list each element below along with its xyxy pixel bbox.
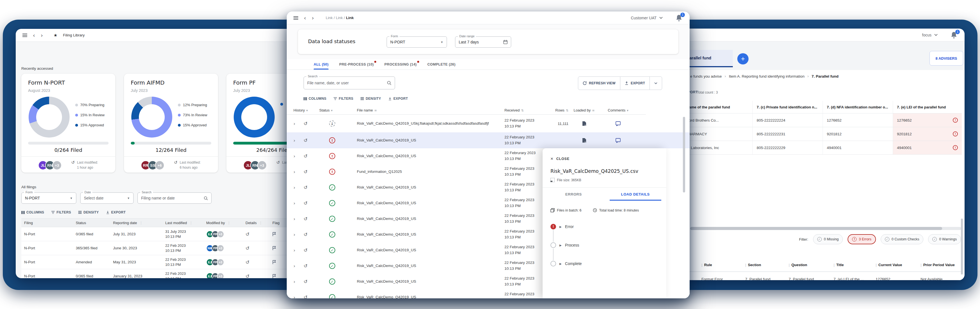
search-input[interactable]: Search Filing name or date <box>137 192 212 204</box>
col-header-reporting-date[interactable]: Reporting date⋮ <box>110 221 162 225</box>
forward-icon[interactable]: › <box>312 15 314 21</box>
expand-chevron-icon[interactable]: › <box>293 279 304 284</box>
env-selector[interactable]: Customer UAT <box>631 16 663 20</box>
form-select[interactable]: Form N-PORT ▼ <box>21 192 76 204</box>
col-header-history[interactable]: History▾ <box>293 108 319 113</box>
add-tab-button[interactable]: + <box>737 53 749 65</box>
columns-button[interactable]: COLUMNS <box>304 97 326 101</box>
history-icon[interactable]: ↺ <box>304 138 319 143</box>
breadcrumb-part[interactable]: Link <box>336 16 343 20</box>
details-cell[interactable]: ↺ <box>243 231 270 237</box>
expand-caret-icon[interactable]: ▶ <box>560 225 562 228</box>
forward-icon[interactable]: › <box>41 33 43 38</box>
refresh-view-button[interactable]: REFRESH VIEW <box>578 77 620 90</box>
col-header-question[interactable]: Question <box>791 263 807 267</box>
history-icon[interactable]: ↺ <box>304 232 319 237</box>
load-row[interactable]: › ↺ ↓ Risk_VaR_CalcDemo_Q42019_USkj;flak… <box>287 114 690 133</box>
col-header-rule[interactable]: Rule <box>704 263 712 267</box>
fund-row[interactable]: Roxane Laboratories, Inc 805-2222222229 … <box>673 141 962 155</box>
col-header-last-modified[interactable]: Last modified⋮ <box>162 221 204 225</box>
filters-button[interactable]: FILTERS <box>334 97 353 101</box>
export-menu-button[interactable] <box>649 77 662 90</box>
col-header-rows[interactable]: Rows⇅ <box>544 108 568 113</box>
expand-caret-icon[interactable]: ▶ <box>560 244 562 247</box>
notifications-bell-icon[interactable]: 1 <box>951 32 958 39</box>
expand-chevron-icon[interactable]: › <box>293 295 304 299</box>
col-header-received[interactable]: Received⇅ <box>502 108 544 113</box>
col-header-file-name[interactable]: File name≡ <box>345 108 502 113</box>
tab-pre-process[interactable]: PRE-PROCESS (10) <box>339 59 374 70</box>
filter-chip[interactable]: ✓ 0 Warnings <box>928 234 961 244</box>
history-icon[interactable]: ↺ <box>304 263 319 269</box>
loaded-by-cell[interactable] <box>568 121 600 126</box>
history-icon[interactable]: ↺ <box>304 185 319 190</box>
col-header-comments[interactable]: Comments▾ <box>600 108 636 113</box>
comments-cell[interactable] <box>600 121 636 126</box>
expand-chevron-icon[interactable]: › <box>293 154 304 159</box>
breadcrumb-part[interactable]: Link <box>326 16 333 20</box>
lei-error-cell[interactable]: 4940001 ! <box>893 141 962 154</box>
density-button[interactable]: DENSITY <box>78 211 99 214</box>
expand-chevron-icon[interactable]: › <box>293 263 304 269</box>
tab-all[interactable]: ALL (50) <box>313 59 329 70</box>
tab-complete[interactable]: COMPLETE (26) <box>427 59 455 70</box>
menu-icon[interactable] <box>293 17 298 18</box>
tab-load-details[interactable]: LOAD DETAILS <box>605 188 667 201</box>
close-panel-button[interactable]: ×CLOSE <box>550 156 570 162</box>
form-card[interactable]: Form N-PORT August 2023 70% Preparing 15… <box>21 74 115 173</box>
timeline-step-complete[interactable]: ▶ Complete <box>550 260 582 267</box>
history-icon[interactable]: ↺ <box>304 295 319 298</box>
breadcrumb-part[interactable]: e funds you advise <box>690 74 722 78</box>
history-icon[interactable]: ↺ <box>304 153 319 159</box>
expand-caret-icon[interactable]: ▶ <box>560 262 562 265</box>
expand-chevron-icon[interactable]: › <box>293 232 304 237</box>
timeline-step-error[interactable]: ! ▶ Error <box>550 223 582 230</box>
col-header-filing[interactable]: Filing <box>21 221 73 225</box>
col-header-section[interactable]: Section <box>748 263 761 267</box>
columns-button[interactable]: COLUMNS <box>21 211 44 214</box>
notifications-bell-icon[interactable]: 1 <box>676 14 683 22</box>
expand-chevron-icon[interactable]: › <box>293 138 304 143</box>
col-header-prior-value[interactable]: Prior Period Value <box>923 263 955 267</box>
lei-error-cell[interactable]: 9201812 ! <box>893 127 962 141</box>
filter-chip[interactable]: ! 3 Errors <box>848 234 876 244</box>
export-button[interactable]: EXPORT <box>620 77 649 90</box>
col-header-status[interactable]: Status <box>73 221 110 225</box>
expand-chevron-icon[interactable]: › <box>293 201 304 206</box>
comments-cell[interactable] <box>600 138 636 143</box>
history-icon[interactable]: ↺ <box>304 247 319 253</box>
details-cell[interactable]: ↺ <box>243 260 270 265</box>
col-header-lei[interactable]: 7. (e) LEI of the parallel fund <box>893 101 962 113</box>
history-icon[interactable]: ↺ <box>304 200 319 206</box>
menu-icon[interactable] <box>22 35 27 36</box>
tab-processing[interactable]: PROCESSING (14) <box>384 59 417 70</box>
timeline-step-process[interactable]: ▶ Process <box>550 242 582 249</box>
breadcrumb-part[interactable]: Item A. Reporting fund identifying infor… <box>729 74 804 78</box>
fund-row[interactable]: Hannaford Brothers Co... 805-2222222224 … <box>673 114 962 127</box>
filter-chip[interactable]: ✓ 0 Missing <box>813 234 843 244</box>
back-icon[interactable]: ‹ <box>304 15 306 21</box>
filter-chip[interactable]: ✓ 0 Custom Checks <box>881 234 924 244</box>
col-header-current-value[interactable]: Current Value <box>878 263 902 267</box>
date-range-select[interactable]: Date range Last 7 days <box>455 36 511 48</box>
col-header-modified-by[interactable]: Modified by⋮ <box>204 221 243 225</box>
history-icon[interactable]: ↺ <box>304 169 319 174</box>
vertical-scrollbar[interactable] <box>683 117 685 192</box>
form-select[interactable]: Form N-PORT ▼ <box>387 36 447 48</box>
history-icon[interactable]: ↺ <box>304 216 319 222</box>
env-selector[interactable]: focus <box>922 33 938 37</box>
col-header-title[interactable]: Title <box>836 263 844 267</box>
col-header-private-fund-id[interactable]: 7. (c) Private fund identification n... <box>752 101 822 113</box>
file-search-input[interactable]: Search File name, date, or user <box>304 76 395 89</box>
fund-row[interactable]: CVS PHARMACY 805-2222222231 9201812 9201… <box>673 127 962 141</box>
error-row[interactable]: ... Format Error 7. Parallel fund 7. Par… <box>673 272 962 280</box>
export-button[interactable]: EXPORT <box>388 97 408 101</box>
loaded-by-cell[interactable] <box>568 138 600 143</box>
lei-error-cell[interactable]: 1276652 ! <box>893 114 962 127</box>
horizontal-scrollbar[interactable] <box>690 227 961 230</box>
history-icon[interactable]: ↺ <box>304 121 319 126</box>
date-select[interactable]: Date Select date ▼ <box>80 192 134 204</box>
details-cell[interactable]: ↺ <box>243 273 270 279</box>
history-icon[interactable]: ↺ <box>304 279 319 284</box>
load-row[interactable]: › ↺ ! Risk_VaR_CalcDemo_Q42019_US 22 Feb… <box>287 133 690 148</box>
